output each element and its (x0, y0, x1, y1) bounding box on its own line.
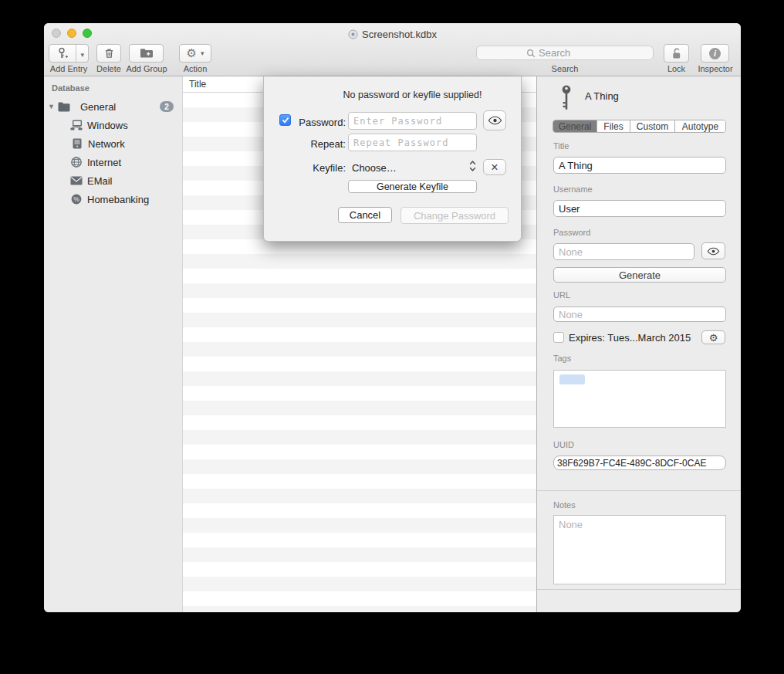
change-password-sheet: No password or keyfile supplied! Passwor… (263, 76, 522, 242)
notes-input[interactable] (554, 516, 725, 584)
username-field-label: Username (553, 185, 593, 194)
dialog-message: No password or keyfile supplied! (264, 90, 521, 100)
unlock-icon (671, 47, 682, 59)
dialog-password-label: Password: (292, 117, 346, 128)
sidebar-item-label: General (80, 101, 116, 113)
app-window: Screenshot.kdbx ▾ Add Entry (44, 23, 741, 612)
add-group-label: Add Group (123, 64, 171, 73)
dialog-show-password-button[interactable] (483, 110, 506, 130)
inspector-panel: A Thing General Files Custom Autotype Ti… (536, 76, 741, 612)
chevron-down-icon: ▾ (201, 50, 204, 57)
notes-box (553, 515, 726, 584)
column-header-title[interactable]: Title (189, 79, 206, 90)
url-field-label: URL (553, 290, 570, 300)
key-icon (560, 85, 573, 113)
change-password-button[interactable]: Change Password (400, 207, 509, 224)
inspector-button[interactable]: i (701, 44, 729, 63)
entry-count-badge: 2 (160, 101, 174, 112)
eye-icon (488, 116, 502, 125)
folder-plus-icon (140, 48, 154, 59)
folder-icon (57, 100, 70, 113)
action-button[interactable]: ⚙ ▾ (179, 44, 211, 63)
cancel-button[interactable]: Cancel (338, 207, 392, 223)
tab-autotype[interactable]: Autotype (675, 120, 725, 132)
notes-field-label: Notes (553, 500, 576, 510)
envelope-icon (69, 174, 83, 187)
add-entry-button[interactable]: ▾ (49, 44, 89, 63)
dialog-keyfile-label: Keyfile: (292, 162, 346, 174)
dialog-repeat-input[interactable] (348, 134, 477, 151)
sidebar-item-label: EMail (87, 175, 113, 187)
expires-checkbox[interactable] (553, 332, 564, 343)
close-x-icon: × (491, 161, 498, 174)
dialog-repeat-label: Repeat: (292, 138, 346, 150)
eye-icon (707, 247, 720, 256)
inspector-tabs: General Files Custom Autotype (553, 120, 726, 133)
window-title: Screenshot.kdbx (362, 29, 437, 40)
disclosure-triangle-icon[interactable]: ▼ (48, 103, 55, 110)
document-icon (348, 29, 358, 39)
title-input[interactable] (553, 157, 726, 174)
generate-password-button[interactable]: Generate (553, 267, 726, 283)
search-field[interactable] (476, 46, 654, 60)
tab-general[interactable]: General (553, 120, 597, 132)
chevron-down-icon: ▾ (80, 51, 84, 59)
expires-settings-button[interactable]: ⚙ (701, 330, 725, 344)
search-input[interactable] (539, 47, 631, 59)
dialog-password-input[interactable] (348, 112, 477, 130)
tag-pill[interactable] (559, 374, 585, 384)
url-input[interactable] (553, 307, 726, 322)
sidebar: Database ▼ General 2 (44, 76, 182, 612)
tags-field-label: Tags (553, 354, 571, 363)
search-icon (526, 49, 536, 58)
key-plus-icon (49, 47, 76, 59)
password-field-label: Password (553, 228, 590, 237)
sidebar-item-homebanking[interactable]: % Homebanking (44, 190, 182, 208)
add-group-button[interactable] (129, 44, 164, 63)
stepper-icon[interactable] (469, 160, 476, 172)
info-icon: i (709, 48, 721, 59)
sidebar-item-network[interactable]: Network (44, 134, 182, 153)
sidebar-item-windows[interactable]: Windows (44, 116, 182, 134)
sidebar-item-email[interactable]: EMail (44, 171, 182, 190)
trash-icon (103, 47, 115, 59)
add-entry-label: Add Entry (44, 64, 95, 73)
server-icon (70, 137, 83, 150)
window-title-area: Screenshot.kdbx (44, 28, 741, 40)
tags-box[interactable] (553, 370, 726, 428)
sidebar-item-internet[interactable]: Internet (44, 153, 182, 171)
sidebar-item-label: Windows (87, 120, 128, 131)
add-entry-dropdown[interactable]: ▾ (76, 46, 88, 60)
uuid-field-label: UUID (553, 440, 574, 449)
username-input[interactable] (553, 200, 726, 217)
uuid-input[interactable] (553, 456, 726, 470)
panel-footer-divider (537, 589, 741, 590)
tab-files[interactable]: Files (597, 120, 630, 132)
sidebar-item-general[interactable]: ▼ General 2 (44, 97, 182, 116)
svg-text:%: % (73, 195, 79, 203)
sidebar-header: Database (52, 83, 90, 93)
title-field-label: Title (553, 141, 569, 151)
sidebar-item-label: Homebanking (87, 194, 149, 205)
globe-icon (69, 156, 83, 168)
entry-title: A Thing (585, 90, 619, 102)
delete-label: Delete (95, 64, 123, 73)
gear-icon: ⚙ (187, 48, 197, 59)
lock-label: Lock (661, 64, 691, 73)
delete-button[interactable] (96, 44, 121, 63)
show-password-button[interactable] (701, 242, 725, 259)
panel-divider (537, 490, 741, 491)
password-checkbox[interactable] (279, 114, 291, 126)
gear-icon: ⚙ (709, 333, 718, 343)
inspector-label: Inspector (692, 64, 738, 73)
clear-keyfile-button[interactable]: × (483, 159, 506, 175)
tab-custom[interactable]: Custom (630, 120, 675, 132)
sidebar-item-label: Internet (87, 157, 121, 168)
generate-keyfile-button[interactable]: Generate Keyfile (348, 180, 477, 193)
sidebar-item-label: Network (88, 138, 125, 150)
checkmark-icon (282, 117, 289, 124)
password-input[interactable] (553, 243, 694, 260)
keyfile-popup[interactable]: Choose… (352, 162, 397, 174)
window-chrome: Screenshot.kdbx ▾ Add Entry (44, 23, 741, 76)
lock-button[interactable] (664, 44, 689, 63)
